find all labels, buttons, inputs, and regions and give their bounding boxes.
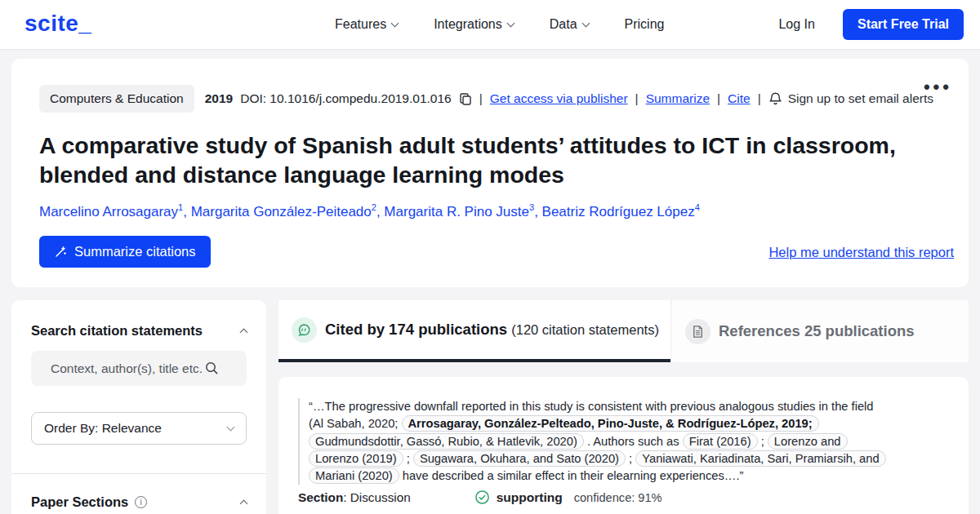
search-statements-header: Search citation statements: [31, 323, 247, 339]
author-affiliation-sup: 1: [178, 202, 183, 212]
citation-statement-panel: “…The progressive downfall reported in t…: [278, 377, 969, 514]
citation-bubble-icon: [292, 317, 317, 343]
sidebar-divider: [11, 473, 266, 474]
nav-item-label: Integrations: [434, 17, 502, 32]
citation-meta-row: Section: Discussion supporting confidenc…: [298, 490, 662, 505]
paper-sections-header: Paper Sections i: [31, 494, 247, 510]
get-access-link[interactable]: Get access via publisher: [490, 91, 628, 106]
chevron-down-icon: [227, 423, 235, 432]
citation-statements-count: (120 citation statements): [511, 322, 659, 337]
separator: |: [635, 91, 639, 106]
section-info: Section: Discussion: [298, 490, 411, 505]
scite-report-page: scite_ FeaturesIntegrationsDataPricing L…: [0, 0, 980, 514]
reference-pill[interactable]: Gudmundsdottir, Gassó, Rubio, & Hatlevik…: [309, 433, 584, 450]
more-options-icon[interactable]: •••: [924, 77, 952, 98]
citation-text: have described a similar effect in their…: [399, 469, 744, 482]
author-link[interactable]: Margarita R. Pino Juste3: [384, 204, 534, 219]
author-link[interactable]: Beatriz Rodríguez López4: [542, 204, 700, 219]
copy-doi-icon[interactable]: [459, 92, 472, 105]
author-affiliation-sup: 4: [695, 202, 700, 212]
citation-search: [31, 351, 247, 386]
email-alerts-button[interactable]: Sign up to set email alerts: [768, 91, 933, 106]
wand-icon: [54, 246, 67, 259]
citation-text: ;: [758, 435, 768, 448]
author-link[interactable]: Marcelino Arrosagaray1: [39, 204, 183, 219]
paper-title: A comparative study of Spanish adult stu…: [39, 131, 946, 189]
nav-item-features[interactable]: Features: [335, 17, 398, 32]
info-icon[interactable]: i: [135, 496, 147, 508]
separator: |: [479, 91, 483, 106]
reference-pill[interactable]: Firat (2016): [683, 433, 758, 450]
email-alerts-label: Sign up to set email alerts: [788, 91, 933, 106]
nav-item-data[interactable]: Data: [550, 17, 589, 32]
citation-text: ;: [626, 452, 635, 465]
help-understand-link[interactable]: Help me understand this report: [768, 245, 954, 260]
start-free-trial-button[interactable]: Start Free Trial: [843, 9, 964, 40]
reference-pill[interactable]: Sugawara, Okuhara, and Sato (2020): [413, 450, 626, 467]
author-list: Marcelino Arrosagaray1, Margarita Gonzál…: [39, 202, 700, 220]
order-by-select[interactable]: Order By: Relevance: [31, 412, 247, 445]
collapse-chevron-icon[interactable]: [240, 500, 248, 508]
nav-item-integrations[interactable]: Integrations: [434, 17, 514, 32]
section-value: : Discussion: [343, 490, 410, 504]
paper-sections-label: Paper Sections: [31, 494, 128, 510]
paper-year: 2019: [205, 91, 233, 106]
bell-icon: [768, 91, 782, 106]
supporting-badge[interactable]: supporting: [474, 490, 563, 505]
scite-logo[interactable]: scite_: [24, 11, 91, 37]
supporting-label: supporting: [497, 490, 563, 505]
cited-by-count: Cited by 174 publications: [325, 321, 507, 338]
nav-item-label: Pricing: [625, 17, 665, 32]
references-label: References 25 publications: [719, 322, 915, 340]
paper-meta-row: Computers & Education 2019 DOI: 10.1016/…: [39, 85, 933, 113]
top-navigation: scite_ FeaturesIntegrationsDataPricing L…: [0, 0, 980, 50]
filters-sidebar: Search citation statements Order By: Rel…: [11, 300, 266, 514]
summarize-citations-button[interactable]: Summarize citations: [39, 236, 211, 268]
order-by-value: Order By: Relevance: [44, 421, 162, 436]
nav-item-label: Features: [335, 17, 386, 32]
author-affiliation-sup: 2: [372, 202, 376, 212]
tab-cited-by[interactable]: Cited by 174 publications (120 citation …: [278, 300, 670, 362]
citation-text: ;: [403, 452, 413, 465]
tab-references[interactable]: References 25 publications: [672, 300, 969, 362]
paper-sections-heading: Paper Sections i: [31, 494, 147, 510]
chevron-down-icon: [581, 20, 590, 28]
summarize-citations-label: Summarize citations: [74, 244, 196, 259]
chevron-down-icon: [391, 20, 399, 28]
citation-statement-quote: “…The progressive downfall reported in t…: [298, 398, 883, 485]
chevron-down-icon: [506, 20, 514, 28]
paper-summary-card: Computers & Education 2019 DOI: 10.1016/…: [11, 59, 969, 287]
log-in-link[interactable]: Log In: [778, 17, 814, 32]
search-icon: [204, 361, 219, 375]
check-circle-icon: [474, 490, 490, 505]
author-link[interactable]: Margarita González-Peiteado2: [191, 204, 376, 219]
section-label: Section: [298, 490, 343, 504]
summarize-link[interactable]: Summarize: [646, 91, 710, 106]
nav-links: FeaturesIntegrationsDataPricing: [335, 0, 664, 49]
nav-item-label: Data: [550, 17, 577, 32]
nav-right: Log In Start Free Trial: [778, 0, 964, 49]
author-affiliation-sup: 3: [529, 202, 534, 212]
cited-by-label: Cited by 174 publications (120 citation …: [325, 321, 659, 339]
paper-doi: DOI: 10.1016/j.compedu.2019.01.016: [240, 91, 452, 106]
cite-link[interactable]: Cite: [728, 91, 751, 106]
search-statements-heading: Search citation statements: [31, 323, 203, 339]
citation-text: . Authors such as: [584, 435, 683, 448]
separator: |: [758, 91, 761, 106]
separator: |: [717, 91, 720, 106]
reference-pill[interactable]: Arrosagaray, González-Pelteado, Pino-Jus…: [402, 415, 819, 432]
collapse-chevron-icon[interactable]: [240, 329, 248, 337]
confidence-value: confidence: 91%: [574, 491, 662, 504]
document-icon: [685, 319, 710, 344]
journal-badge[interactable]: Computers & Education: [39, 85, 194, 113]
nav-item-pricing[interactable]: Pricing: [625, 17, 665, 32]
